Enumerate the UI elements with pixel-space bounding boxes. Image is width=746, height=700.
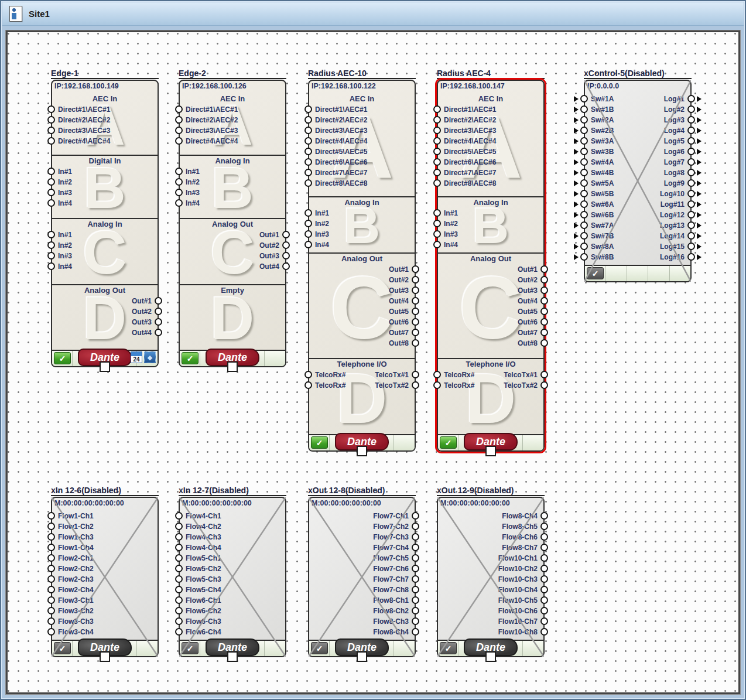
design-canvas[interactable]: Edge-1IP:192.168.100.149AAEC InDirect#1\… [8, 32, 738, 692]
input-port-in-2[interactable] [304, 220, 312, 227]
output-port-out-6[interactable] [540, 318, 548, 326]
badge-24-icon[interactable]: 24 [131, 351, 142, 363]
device-edge-1[interactable]: Edge-1IP:192.168.100.149AAEC InDirect#1\… [51, 69, 159, 367]
device-xin-12-7-disabled[interactable]: xIn 12-7(Disabled)M:00:00:00:00:00:00Flo… [179, 486, 286, 657]
input-port-direct-5-aec-5[interactable] [304, 148, 312, 155]
input-port-flow5-ch2[interactable] [175, 565, 183, 572]
output-port-out-4[interactable] [155, 329, 162, 336]
input-port-direct-3-aec-3[interactable] [47, 127, 55, 134]
output-port-flow7-ch3[interactable] [412, 533, 419, 541]
output-port-log-13[interactable] [687, 221, 695, 229]
input-port-direct-1-aec-1[interactable] [47, 105, 55, 113]
output-port-log-10[interactable] [687, 190, 695, 197]
output-port-flow10-ch8[interactable] [540, 628, 548, 636]
device-block[interactable]: IP:192.168.100.149AAEC InDirect#1\AEC#1D… [51, 80, 159, 367]
input-port-flow4-ch4[interactable] [175, 544, 183, 551]
input-port-flow4-ch1[interactable] [175, 512, 183, 520]
input-port-direct-1-aec-1[interactable] [433, 105, 441, 113]
input-port-sw-4a[interactable] [580, 158, 588, 166]
output-port-out-7[interactable] [412, 329, 419, 336]
input-port-sw-5a[interactable] [580, 179, 588, 187]
input-port-flow4-ch2[interactable] [175, 523, 183, 530]
output-port-out-1[interactable] [540, 265, 548, 273]
input-port-direct-7-aec-7[interactable] [304, 169, 312, 176]
output-port-telcotx-1[interactable] [412, 371, 419, 378]
status-check-button[interactable]: ✓ [440, 436, 457, 449]
status-check-button[interactable]: ✓ [440, 642, 457, 654]
status-check-button[interactable]: ✓ [182, 642, 199, 654]
input-port-flow1-ch2[interactable] [47, 523, 55, 530]
input-port-direct-5-aec-5[interactable] [433, 148, 441, 155]
input-port-in-3[interactable] [433, 230, 441, 238]
device-radius-aec-10[interactable]: Radius AEC-10IP:192.168.100.122AAEC InDi… [308, 69, 416, 452]
device-xout-12-8-disabled[interactable]: xOut 12-8(Disabled)M:00:00:00:00:00:00Fl… [308, 486, 416, 657]
input-port-direct-3-aec-3[interactable] [175, 127, 183, 134]
input-port-direct-1-aec-1[interactable] [304, 105, 312, 113]
output-port-telcotx-2[interactable] [412, 381, 419, 389]
status-check-button[interactable]: ✓ [311, 436, 328, 449]
input-port-flow2-ch1[interactable] [47, 554, 55, 562]
output-port-log-8[interactable] [687, 169, 695, 176]
output-port-flow10-ch4[interactable] [540, 586, 548, 593]
device-block[interactable]: M:00:00:00:00:00:00Flow8-Ch4Flow8-Ch5Flo… [437, 497, 545, 657]
connection-tab[interactable] [485, 446, 496, 456]
input-port-direct-2-aec-2[interactable] [175, 116, 183, 124]
connection-tab[interactable] [357, 446, 367, 456]
output-port-flow8-ch6[interactable] [540, 533, 548, 541]
output-port-log-1[interactable] [687, 95, 695, 103]
output-port-flow10-ch7[interactable] [540, 617, 548, 625]
output-port-telcotx-2[interactable] [540, 381, 548, 389]
input-port-direct-3-aec-3[interactable] [304, 127, 312, 134]
input-port-flow3-ch2[interactable] [47, 607, 55, 614]
input-port-flow6-ch3[interactable] [175, 617, 183, 625]
status-check-button[interactable]: ✓ [54, 352, 71, 364]
output-port-flow8-ch2[interactable] [412, 607, 419, 614]
output-port-out-6[interactable] [412, 318, 419, 326]
input-port-direct-6-aec-6[interactable] [304, 158, 312, 166]
input-port-in-1[interactable] [47, 231, 55, 238]
output-port-flow7-ch2[interactable] [412, 523, 419, 530]
output-port-out-2[interactable] [282, 241, 290, 249]
input-port-in-3[interactable] [47, 252, 55, 259]
device-block[interactable]: IP:192.168.100.147AAEC InDirect#1\AEC#1D… [437, 80, 545, 452]
input-port-in-3[interactable] [47, 189, 55, 196]
input-port-telcorx[interactable] [433, 381, 441, 389]
input-port-flow2-ch3[interactable] [47, 575, 55, 583]
input-port-flow1-ch3[interactable] [47, 533, 55, 541]
input-port-in-1[interactable] [47, 168, 55, 175]
input-port-direct-7-aec-7[interactable] [433, 169, 441, 176]
device-block[interactable]: M:00:00:00:00:00:00Flow4-Ch1Flow4-Ch2Flo… [179, 497, 286, 657]
input-port-sw-2a[interactable] [580, 116, 588, 124]
output-port-flow7-ch5[interactable] [412, 554, 419, 562]
input-port-flow3-ch4[interactable] [47, 628, 55, 636]
input-port-flow6-ch4[interactable] [175, 628, 183, 636]
output-port-out-7[interactable] [540, 329, 548, 336]
input-port-in-1[interactable] [433, 209, 441, 217]
output-port-log-4[interactable] [687, 127, 695, 134]
output-port-log-11[interactable] [687, 200, 695, 208]
device-xout-12-9-disabled[interactable]: xOut 12-9(Disabled)M:00:00:00:00:00:00Fl… [437, 486, 545, 657]
connection-tab[interactable] [357, 651, 367, 662]
input-port-flow6-ch1[interactable] [175, 596, 183, 604]
output-port-out-5[interactable] [412, 308, 419, 315]
input-port-sw-2b[interactable] [580, 127, 588, 134]
input-port-telcorx[interactable] [304, 371, 312, 378]
output-port-flow8-ch1[interactable] [412, 596, 419, 604]
input-port-in-3[interactable] [304, 230, 312, 238]
input-port-sw-1b[interactable] [580, 105, 588, 113]
input-port-telcorx[interactable] [433, 371, 441, 378]
input-port-in-1[interactable] [175, 168, 183, 175]
device-block[interactable]: M:00:00:00:00:00:00Flow7-Ch1Flow7-Ch2Flo… [308, 497, 416, 657]
input-port-direct-4-aec-4[interactable] [175, 137, 183, 145]
connection-tab[interactable] [227, 361, 238, 372]
output-port-out-8[interactable] [540, 339, 548, 347]
output-port-flow10-ch6[interactable] [540, 607, 548, 614]
status-check-button[interactable]: ✓ [587, 267, 604, 279]
output-port-out-8[interactable] [412, 339, 419, 347]
input-port-direct-4-aec-4[interactable] [304, 137, 312, 145]
output-port-log-15[interactable] [687, 243, 695, 250]
device-block[interactable]: M:00:00:00:00:00:00Flow1-Ch1Flow1-Ch2Flo… [51, 497, 159, 657]
input-port-direct-8-aec-8[interactable] [433, 179, 441, 187]
input-port-flow5-ch4[interactable] [175, 586, 183, 593]
output-port-log-7[interactable] [687, 158, 695, 166]
